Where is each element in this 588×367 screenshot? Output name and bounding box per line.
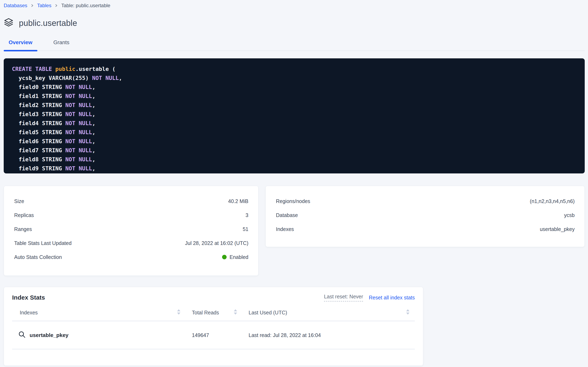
breadcrumb-current-table: Table: public.usertable xyxy=(61,2,110,9)
index-name-cell: usertable_pkey xyxy=(12,331,186,339)
index-stats-card: Index Stats Last reset: Never Reset all … xyxy=(4,287,423,366)
stat-label: Database xyxy=(276,212,298,218)
stat-value: ycsb xyxy=(564,212,575,218)
sql-line: field7 STRING NOT NULL, xyxy=(12,146,577,155)
index-stats-title: Index Stats xyxy=(12,294,45,301)
stat-label: Regions/nodes xyxy=(276,198,310,204)
stat-label: Indexes xyxy=(276,226,294,232)
stack-icon xyxy=(4,18,14,28)
status-dot-icon xyxy=(222,255,227,259)
column-header-last-used[interactable]: Last Used (UTC) xyxy=(242,309,415,316)
sql-line: field4 STRING NOT NULL, xyxy=(12,119,577,128)
column-label: Total Reads xyxy=(192,310,219,316)
reset-index-stats-link[interactable]: Reset all index stats xyxy=(369,295,415,301)
sql-line: CREATE TABLE public.usertable ( xyxy=(12,65,577,74)
sql-line: field3 STRING NOT NULL, xyxy=(12,110,577,119)
stat-value: 40.2 MiB xyxy=(228,198,248,204)
column-header-total-reads[interactable]: Total Reads xyxy=(186,309,242,316)
stat-label: Ranges xyxy=(14,226,32,232)
sql-line: field6 STRING NOT NULL, xyxy=(12,137,577,146)
sort-icon xyxy=(177,309,180,316)
stat-label: Size xyxy=(14,198,24,204)
stat-row-auto-stats: Auto Stats Collection Enabled xyxy=(14,250,248,264)
stat-value: 51 xyxy=(243,226,248,232)
chevron-right-icon xyxy=(31,4,34,7)
last-used-cell: Last read: Jul 28, 2022 at 16:04 xyxy=(242,332,415,338)
title-row: public.usertable xyxy=(4,18,585,28)
sql-line: field9 STRING NOT NULL, xyxy=(12,164,577,173)
summary-cards-row: Size 40.2 MiB Replicas 3 Ranges 51 Table… xyxy=(4,186,585,276)
sql-line: field0 STRING NOT NULL, xyxy=(12,83,577,92)
column-header-indexes[interactable]: Indexes xyxy=(12,309,186,316)
stat-row-size: Size 40.2 MiB xyxy=(14,194,248,208)
stat-value: (n1,n2,n3,n4,n5,n6) xyxy=(530,198,575,204)
column-label: Last Used (UTC) xyxy=(248,310,287,316)
tab-grants[interactable]: Grants xyxy=(49,39,74,50)
index-name-link[interactable]: usertable_pkey xyxy=(30,332,68,338)
stat-row-ranges: Ranges 51 xyxy=(14,222,248,236)
stat-row-regions: Regions/nodes (n1,n2,n3,n4,n5,n6) xyxy=(276,194,575,208)
stat-label: Table Stats Last Updated xyxy=(14,240,72,246)
status-text: Enabled xyxy=(230,254,248,260)
stat-row-replicas: Replicas 3 xyxy=(14,208,248,222)
breadcrumb-tables[interactable]: Tables xyxy=(37,2,51,9)
breadcrumb-databases[interactable]: Databases xyxy=(4,2,27,9)
sql-line: field5 STRING NOT NULL, xyxy=(12,128,577,137)
stat-row-stats-updated: Table Stats Last Updated Jul 28, 2022 at… xyxy=(14,236,248,250)
tab-overview[interactable]: Overview xyxy=(4,39,37,50)
stat-value: Enabled xyxy=(222,254,248,260)
stat-label: Replicas xyxy=(14,212,34,218)
last-reset-label[interactable]: Last reset: Never xyxy=(324,294,363,301)
magnifier-icon xyxy=(18,331,25,339)
table-stats-card: Size 40.2 MiB Replicas 3 Ranges 51 Table… xyxy=(4,186,258,276)
table-location-card: Regions/nodes (n1,n2,n3,n4,n5,n6) Databa… xyxy=(265,186,585,247)
sql-line: field1 STRING NOT NULL, xyxy=(12,92,577,101)
stat-row-indexes: Indexes usertable_pkey xyxy=(276,222,575,236)
page-title: public.usertable xyxy=(19,18,77,28)
index-stats-header: Index Stats Last reset: Never Reset all … xyxy=(12,287,415,301)
sort-icon xyxy=(406,309,409,316)
stat-value: usertable_pkey xyxy=(540,226,575,232)
sql-line: field2 STRING NOT NULL, xyxy=(12,101,577,110)
create-table-sql-block: CREATE TABLE public.usertable ( ycsb_key… xyxy=(4,58,585,174)
total-reads-cell: 149647 xyxy=(186,332,242,338)
sql-line: field8 STRING NOT NULL, xyxy=(12,155,577,164)
index-table-header: Indexes Total Reads Last Used (UTC) xyxy=(12,309,415,321)
stat-label: Auto Stats Collection xyxy=(14,254,62,260)
index-stats-controls: Last reset: Never Reset all index stats xyxy=(324,294,415,301)
stat-row-database: Database ycsb xyxy=(276,208,575,222)
sort-icon xyxy=(234,309,237,316)
breadcrumb: Databases Tables Table: public.usertable xyxy=(4,2,585,9)
table-details-page: Databases Tables Table: public.usertable… xyxy=(0,0,588,367)
chevron-right-icon xyxy=(55,4,58,7)
stat-value: 3 xyxy=(246,212,248,218)
sql-code: CREATE TABLE public.usertable ( ycsb_key… xyxy=(12,65,577,173)
index-table-row: usertable_pkey 149647 Last read: Jul 28,… xyxy=(12,321,415,349)
sql-line: ycsb_key VARCHAR(255) NOT NULL, xyxy=(12,74,577,83)
tab-bar: Overview Grants xyxy=(4,39,585,51)
stat-value: Jul 28, 2022 at 16:02 (UTC) xyxy=(185,240,248,246)
column-label: Indexes xyxy=(20,310,38,316)
